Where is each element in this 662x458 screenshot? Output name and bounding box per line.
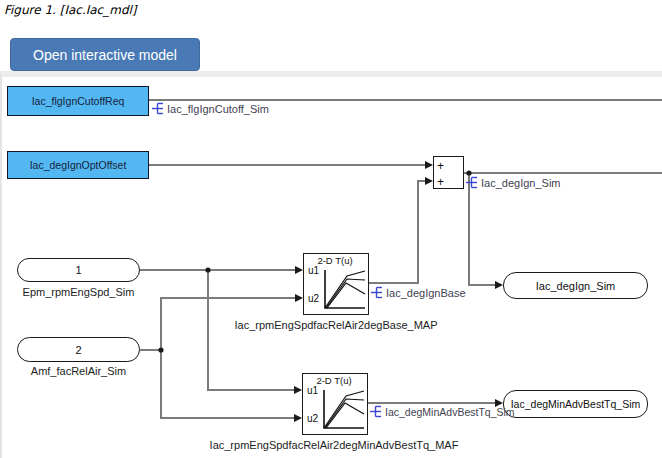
sum-plus-sign: + [437, 176, 444, 188]
outport-label: Iac_degMinAdvBestTq_Sim [511, 398, 641, 410]
report-page: Figure 1. [Iac.Iac_mdl] Open interactive… [0, 0, 662, 458]
block-label: Iac_flgIgnCutoffReq [32, 95, 125, 107]
outport-label: Iac_degIgn_Sim [536, 280, 616, 292]
signal-logging-icon [466, 176, 479, 189]
lookup1-caption: Iac_rpmEngSpdfacRelAir2degBase_MAP [230, 319, 442, 331]
sum-plus-sign: + [437, 160, 444, 172]
lookup2-caption: Iac_rpmEngSpdfacRelAir2degMinAdvBestTq_M… [204, 439, 464, 451]
signal-label-text: Iac_degIgn_Sim [481, 177, 561, 189]
inport-1-label: Epm_rpmEngSpd_Sim [17, 286, 140, 298]
outport-deg-min-adv-best-tq-sim: Iac_degMinAdvBestTq_Sim [503, 390, 648, 418]
signal-label-degignbase: Iac_degIgnBase [371, 286, 466, 299]
inport-2-label: Amf_facRelAir_Sim [17, 365, 140, 377]
inport-2: 2 [17, 337, 140, 362]
signal-logging-icon [371, 286, 384, 299]
block-sum: + + [433, 156, 464, 189]
block-lookup-degbase-map: 2-D T(u) u1 u2 [303, 253, 369, 315]
signal-label-flgigncutoff-sim: Iac_flgIgnCutoff_Sim [152, 102, 269, 115]
wire-lut1-to-sum [369, 181, 425, 283]
signal-logging-icon [152, 102, 165, 115]
block-lookup-minadvbesttq-maf: 2-D T(u) u1 u2 [302, 373, 368, 435]
signal-label-text: Iac_flgIgnCutoff_Sim [167, 103, 269, 115]
lookup-curve-icon [317, 266, 367, 313]
block-iac-degignoptoffset: Iac_degIgnOptOffset [7, 151, 149, 179]
signal-logging-icon [370, 405, 383, 418]
inport-1: 1 [17, 258, 140, 282]
signal-label-text: Iac_degIgnBase [386, 287, 466, 299]
signal-label-text: Iac_degMinAdvBestTq_Sim [385, 406, 515, 418]
signal-label-degign-sim: Iac_degIgn_Sim [466, 176, 561, 189]
wire-sum-to-outport1 [469, 173, 495, 285]
inport-number: 2 [75, 344, 81, 356]
wire-inport2-to-lut2u2 [161, 350, 294, 418]
block-iac-flgigncutoffreq: Iac_flgIgnCutoffReq [7, 86, 149, 116]
block-label: Iac_degIgnOptOffset [30, 159, 127, 171]
inport-number: 1 [75, 264, 81, 276]
outport-deg-ign-sim: Iac_degIgn_Sim [503, 272, 648, 299]
lookup-curve-icon [316, 386, 366, 433]
signal-label-degminadvbesttq-sim: Iac_degMinAdvBestTq_Sim [370, 405, 515, 418]
